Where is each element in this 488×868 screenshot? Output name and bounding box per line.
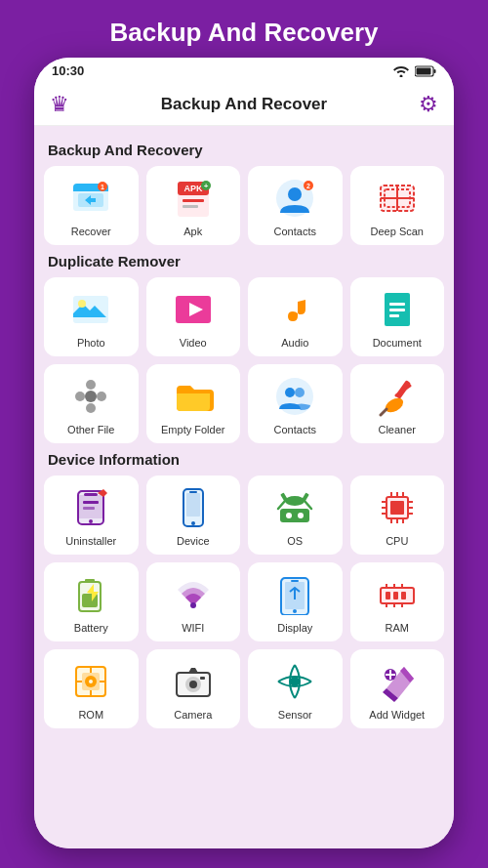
os-item[interactable]: OS (248, 475, 343, 555)
sensor-label: Sensor (278, 709, 312, 721)
content-area: Backup And Recovery 1 Recover (34, 126, 454, 848)
otherfile-item[interactable]: Other File (44, 364, 139, 443)
emptyfolder-label: Empty Folder (161, 424, 224, 435)
audio-icon (272, 287, 317, 332)
svg-point-80 (190, 602, 196, 608)
device-label: Device (177, 535, 210, 547)
duplicate-grid: Photo Video Audio (44, 277, 444, 443)
camera-label: Camera (174, 709, 212, 721)
photo-label: Photo (77, 337, 105, 349)
status-bar: 10:30 (34, 58, 454, 84)
cleaner-icon (375, 374, 420, 419)
svg-point-34 (86, 380, 96, 390)
photo-icon (68, 287, 113, 332)
document-icon (375, 287, 420, 332)
wifi-item[interactable]: WIFI (146, 562, 241, 641)
svg-point-60 (286, 513, 292, 518)
contacts2-icon (272, 374, 317, 419)
contacts-label: Contacts (274, 226, 316, 237)
svg-point-0 (400, 74, 403, 77)
sensor-icon (272, 659, 317, 704)
os-label: OS (287, 535, 303, 547)
backup-grid: 1 Recover APK + Apk (44, 166, 444, 245)
svg-point-35 (86, 403, 96, 413)
ram-label: RAM (386, 622, 409, 634)
svg-rect-31 (389, 309, 405, 311)
svg-rect-88 (393, 592, 398, 599)
apk-icon: APK + (171, 176, 216, 221)
device-item[interactable]: Device (146, 475, 241, 555)
uninstaller-item[interactable]: Uninstaller (44, 475, 139, 555)
svg-line-43 (381, 409, 386, 415)
svg-rect-12 (183, 205, 198, 208)
recover-icon: 1 (68, 176, 113, 221)
svg-point-108 (290, 677, 300, 686)
audio-item[interactable]: Audio (248, 277, 343, 356)
svg-rect-48 (83, 501, 99, 504)
svg-text:+: + (203, 182, 208, 190)
svg-point-24 (78, 300, 86, 308)
svg-rect-89 (401, 592, 406, 599)
video-icon (171, 287, 216, 332)
cleaner-item[interactable]: Cleaner (350, 364, 445, 443)
document-label: Document (373, 337, 422, 349)
video-label: Video (180, 337, 207, 349)
device-grid: Uninstaller Device (44, 475, 444, 728)
svg-rect-84 (291, 580, 299, 582)
emptyfolder-icon (171, 374, 216, 419)
deepscan-icon (375, 176, 420, 221)
svg-rect-107 (200, 677, 205, 680)
page-title: Backup And Recovery (109, 0, 378, 58)
wifi-status-icon (393, 65, 409, 77)
svg-rect-2 (434, 69, 436, 73)
apk-item[interactable]: APK + Apk (146, 166, 241, 245)
cpu-icon (375, 485, 420, 530)
contacts2-label: Contacts (274, 424, 316, 435)
addwidget-item[interactable]: Add Widget (350, 649, 445, 728)
svg-point-54 (285, 496, 305, 506)
svg-point-83 (293, 609, 297, 613)
otherfile-icon (68, 374, 113, 419)
topbar-title: Backup And Recover (79, 95, 409, 114)
camera-item[interactable]: Camera (146, 649, 241, 728)
contacts2-item[interactable]: Contacts (248, 364, 343, 443)
svg-point-99 (89, 680, 93, 683)
crown-icon: ♛ (50, 92, 69, 117)
emptyfolder-item[interactable]: Empty Folder (146, 364, 241, 443)
document-item[interactable]: Document (350, 277, 445, 356)
rom-icon (68, 659, 113, 704)
uninstaller-icon (68, 485, 113, 530)
svg-text:1: 1 (101, 184, 104, 190)
photo-item[interactable]: Photo (44, 277, 139, 356)
battery-item[interactable]: Battery (44, 562, 139, 641)
battery-status-icon (415, 65, 436, 77)
cleaner-label: Cleaner (378, 424, 416, 435)
wifi-icon (171, 572, 216, 617)
rom-item[interactable]: ROM (44, 649, 139, 728)
apk-label: Apk (183, 226, 202, 237)
video-item[interactable]: Video (146, 277, 241, 356)
svg-rect-59 (280, 509, 309, 522)
svg-text:APK: APK (183, 184, 203, 193)
svg-point-40 (295, 388, 305, 397)
svg-rect-63 (390, 501, 404, 515)
ram-item[interactable]: RAM (350, 562, 445, 641)
rom-label: ROM (78, 709, 103, 721)
display-item[interactable]: Display (248, 562, 343, 641)
top-bar: ♛ Backup And Recover ⚙ (34, 84, 454, 126)
svg-rect-77 (85, 579, 95, 583)
svg-rect-87 (386, 592, 390, 599)
deepscan-item[interactable]: Deep Scan (350, 166, 445, 245)
cpu-item[interactable]: CPU (350, 475, 445, 555)
audio-label: Audio (281, 337, 308, 349)
sensor-item[interactable]: Sensor (248, 649, 343, 728)
settings-icon[interactable]: ⚙ (419, 92, 438, 117)
phone-frame: 10:30 ♛ Backup And Recover ⚙ Backup And … (34, 58, 454, 848)
status-time: 10:30 (52, 63, 84, 78)
contacts-item[interactable]: 2 Contacts (248, 166, 343, 245)
svg-rect-30 (389, 303, 405, 306)
ram-icon (375, 572, 420, 617)
recover-item[interactable]: 1 Recover (44, 166, 139, 245)
svg-point-42 (383, 395, 405, 415)
addwidget-icon (375, 659, 420, 704)
